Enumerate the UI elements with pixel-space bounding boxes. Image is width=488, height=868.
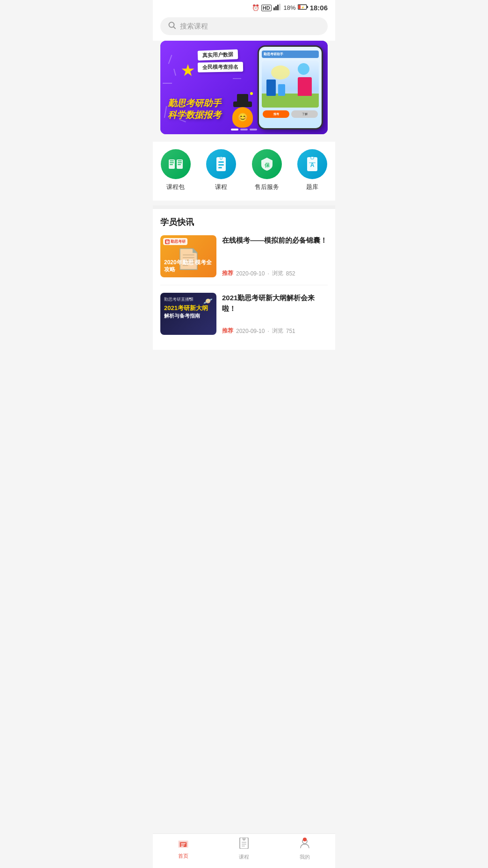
nav-home-icon	[178, 838, 189, 851]
svg-rect-40	[242, 846, 245, 846]
banner-line2: 科学数据报考	[168, 109, 221, 121]
news-meta-1: 推荐 2020-09-10 · 浏览 852	[222, 269, 328, 277]
news-dot-2: ·	[267, 328, 269, 334]
banner-indicator	[231, 129, 257, 130]
category-icon-after-sales: 保	[252, 149, 282, 179]
thumb-year-text-1: 2020年勤思 模考全攻略	[164, 259, 216, 274]
category-label-course: 课程	[215, 183, 227, 191]
phone-content	[262, 61, 319, 108]
svg-rect-17	[178, 164, 181, 165]
svg-rect-5	[298, 5, 301, 9]
banner-phone-mockup: 勤思考研助手 报考 了解	[258, 45, 323, 130]
phone-buttons: 报考 了解	[262, 109, 319, 119]
svg-rect-21	[218, 164, 224, 166]
svg-rect-37	[243, 838, 245, 840]
news-date-2: 2020-09-10	[236, 328, 265, 334]
section-divider	[153, 205, 335, 209]
phone-app-name: 勤思考研助手	[264, 52, 283, 57]
category-item-after-sales[interactable]: 保 售后服务	[252, 149, 282, 191]
news-meta-2: 推荐 2020-09-10 · 浏览 751	[222, 327, 328, 335]
hd-icon: HD	[261, 5, 272, 11]
news-tag-1: 推荐	[222, 269, 233, 277]
svg-rect-13	[170, 164, 173, 165]
svg-rect-3	[279, 4, 280, 10]
news-content-2: 2021勤思考研新大纲解析会来啦！ 推荐 2020-09-10 · 浏览 751	[222, 293, 328, 335]
thumb-orange-bg: 勤 勤思考研 2020年勤思 模考全攻略 📄	[160, 235, 216, 277]
dot-3	[250, 129, 257, 130]
news-section-title: 学员快讯	[160, 217, 328, 228]
news-item-1[interactable]: 勤 勤思考研 2020年勤思 模考全攻略 📄 在线模考——模拟前的必备锦囊！ 推…	[160, 235, 328, 285]
bottom-nav: 首页 课程 我的	[153, 833, 335, 868]
nav-item-mine[interactable]: 我的	[291, 838, 319, 861]
news-thumbnail-2: 勤思考研直播课 2021考研新大纲 解析与备考指南 🪐 ✦	[160, 293, 216, 335]
phone-header: 勤思考研助手	[262, 51, 319, 58]
category-label-course-package: 课程包	[166, 183, 185, 191]
svg-rect-2	[277, 5, 279, 10]
status-bar: ⏰ HD 18% ⚡ 18:06	[153, 0, 335, 14]
news-item-2[interactable]: 勤思考研直播课 2021考研新大纲 解析与备考指南 🪐 ✦ 2021勤思考研新大…	[160, 293, 328, 342]
nav-item-home[interactable]: 首页	[169, 838, 197, 861]
svg-rect-38	[242, 842, 246, 843]
svg-text:勤: 勤	[166, 240, 169, 244]
category-item-course[interactable]: 课程	[206, 149, 236, 191]
bottom-spacer	[153, 350, 335, 383]
svg-rect-35	[181, 846, 184, 847]
category-label-after-sales: 售后服务	[255, 183, 279, 191]
svg-rect-19	[220, 157, 222, 159]
news-views-label-1: 浏览	[272, 269, 283, 277]
thumb-logo-badge-1: 勤 勤思考研	[163, 238, 187, 245]
nav-item-course[interactable]: 课程	[230, 838, 258, 861]
svg-rect-34	[181, 845, 185, 846]
svg-rect-12	[170, 162, 174, 163]
news-headline-1: 在线模考——模拟前的必备锦囊！	[222, 235, 328, 246]
banner-tags: 真实用户数据 全民模考查排名	[198, 50, 243, 76]
category-section: 课程包 课程 保 售后服务 A	[153, 142, 335, 201]
banner-tag1: 真实用户数据	[198, 50, 238, 61]
svg-rect-22	[218, 167, 222, 168]
svg-text:保: 保	[264, 162, 270, 168]
category-item-question-bank[interactable]: A 题库	[297, 149, 327, 191]
phone-btn-secondary: 了解	[291, 110, 318, 118]
news-tag-2: 推荐	[222, 327, 233, 335]
category-icon-course	[206, 149, 236, 179]
status-icons: ⏰ HD 18% ⚡ 18:06	[252, 4, 328, 12]
category-icon-question-bank: A	[297, 149, 327, 179]
thumb-dark-bg: 勤思考研直播课 2021考研新大纲 解析与备考指南 🪐 ✦	[160, 293, 216, 335]
svg-rect-6	[307, 6, 308, 8]
category-icon-course-package	[161, 149, 191, 179]
news-dot-1: ·	[267, 270, 269, 277]
news-views-label-2: 浏览	[272, 327, 283, 335]
nav-home-label: 首页	[178, 853, 188, 860]
svg-text:⚡: ⚡	[301, 6, 305, 9]
search-input-wrapper[interactable]: 搜索课程	[160, 17, 328, 35]
signal-bars	[273, 4, 282, 12]
news-headline-2: 2021勤思考研新大纲解析会来啦！	[222, 293, 328, 314]
search-bar: 搜索课程	[153, 14, 335, 41]
news-content-1: 在线模考——模拟前的必备锦囊！ 推荐 2020-09-10 · 浏览 852	[222, 235, 328, 277]
svg-rect-27	[309, 162, 316, 163]
battery-icon: ⚡	[298, 4, 308, 11]
search-placeholder: 搜索课程	[180, 22, 208, 31]
time: 18:06	[310, 4, 328, 12]
svg-rect-0	[273, 7, 275, 10]
banner[interactable]: 真实用户数据 全民模考查排名 勤思考研助手 科学数据报考 勤思考研助手	[160, 41, 328, 134]
news-views-2: 751	[286, 328, 295, 334]
alarm-icon: ⏰	[252, 4, 259, 11]
news-date-1: 2020-09-10	[236, 270, 265, 277]
svg-rect-25	[311, 157, 314, 159]
nav-mine-label: 我的	[300, 854, 310, 861]
phone-illustration	[262, 61, 319, 108]
thumb-star-icon: ✦	[188, 297, 192, 301]
search-icon	[168, 21, 176, 31]
svg-rect-15	[178, 160, 182, 161]
category-item-course-package[interactable]: 课程包	[161, 149, 191, 191]
banner-background: 真实用户数据 全民模考查排名 勤思考研助手 科学数据报考 勤思考研助手	[160, 41, 328, 134]
news-thumbnail-1: 勤 勤思考研 2020年勤思 模考全攻略 📄	[160, 235, 216, 277]
svg-rect-16	[178, 162, 182, 163]
battery-percent: 18%	[284, 4, 296, 11]
notification-dot	[303, 838, 307, 841]
thumb-planet-icon: 🪐	[203, 297, 213, 305]
svg-rect-39	[242, 844, 246, 845]
svg-rect-33	[181, 843, 186, 844]
dot-2	[240, 129, 248, 130]
